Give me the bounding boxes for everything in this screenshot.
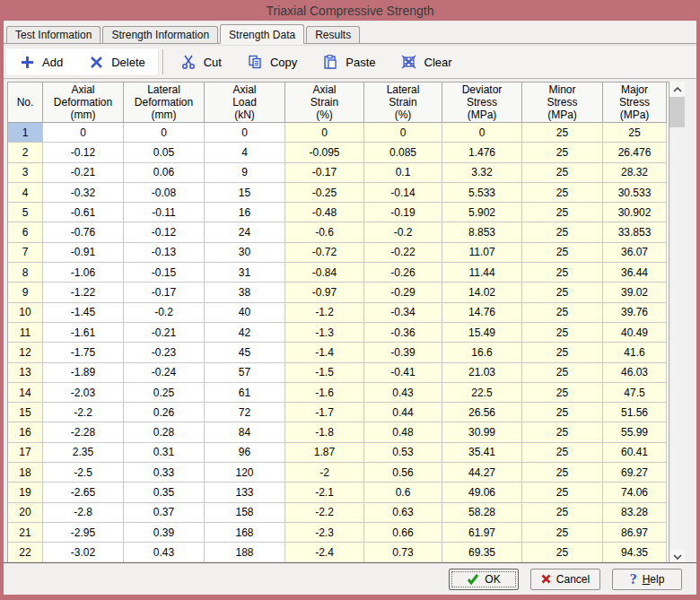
table-cell[interactable]: -1.7 [285,403,364,422]
table-cell[interactable]: -0.21 [124,323,205,343]
table-cell[interactable]: -1.45 [43,303,124,323]
paste-button[interactable]: Paste [310,48,388,76]
table-cell[interactable]: 33.853 [603,222,667,242]
table-cell[interactable]: 0.33 [124,463,205,483]
table-cell[interactable]: 0.35 [124,483,205,502]
table-cell[interactable]: 61.97 [442,523,522,543]
table-cell[interactable]: 0.39 [124,523,205,543]
table-cell[interactable]: -1.5 [285,363,364,383]
table-cell[interactable]: 25 [522,123,603,143]
table-cell[interactable]: 40 [205,303,285,323]
table-cell[interactable]: 25 [522,543,603,562]
table-cell[interactable]: 11.44 [442,263,522,283]
table-cell[interactable]: 1.87 [285,443,364,463]
table-cell[interactable]: 25 [522,283,603,302]
table-cell[interactable]: 45 [205,343,285,362]
table-cell[interactable]: -2 [285,463,364,483]
table-cell[interactable]: 3.32 [442,163,522,183]
table-cell[interactable]: -1.4 [285,343,364,362]
table-cell[interactable]: 0.73 [364,543,442,562]
table-cell[interactable]: 0.085 [364,143,442,162]
table-cell[interactable]: 22.5 [442,383,522,403]
table-cell[interactable]: 14.76 [442,303,522,323]
table-cell[interactable]: -0.41 [364,363,442,383]
row-number-cell[interactable]: 4 [8,183,43,203]
table-cell[interactable]: 30.99 [442,422,522,442]
table-cell[interactable]: 0.53 [364,443,442,463]
table-cell[interactable]: 0.25 [124,383,205,403]
row-number-cell[interactable]: 22 [8,543,43,562]
table-cell[interactable]: 188 [205,543,285,562]
table-cell[interactable]: 25 [522,263,603,283]
table-cell[interactable]: 84 [205,422,285,442]
row-number-cell[interactable]: 21 [8,523,43,543]
table-cell[interactable]: 25 [522,422,603,442]
table-cell[interactable]: 36.07 [603,243,667,263]
row-number-cell[interactable]: 3 [8,163,43,183]
table-cell[interactable]: -0.24 [124,363,205,383]
table-cell[interactable]: -0.12 [43,143,124,162]
table-cell[interactable]: -0.48 [285,203,364,222]
table-cell[interactable]: 44.27 [442,463,522,483]
table-cell[interactable]: -0.19 [364,203,442,222]
table-cell[interactable]: -2.5 [43,463,124,483]
row-number-cell[interactable]: 13 [8,363,43,383]
table-cell[interactable]: 28.32 [603,163,667,183]
table-cell[interactable]: -0.15 [124,263,205,283]
table-cell[interactable]: 120 [205,463,285,483]
table-cell[interactable]: -0.39 [364,343,442,362]
table-cell[interactable]: 39.76 [603,303,667,323]
table-cell[interactable]: -1.89 [43,363,124,383]
table-cell[interactable]: 30.902 [603,203,667,222]
table-cell[interactable]: 26.56 [442,403,522,422]
table-cell[interactable]: -3.02 [43,543,124,562]
table-cell[interactable]: 25 [522,243,603,263]
table-cell[interactable]: 96 [205,443,285,463]
table-cell[interactable]: 0 [364,123,442,143]
table-cell[interactable]: 25 [522,303,603,323]
table-cell[interactable]: -0.13 [124,243,205,263]
table-cell[interactable]: 0 [43,123,124,143]
table-cell[interactable]: -0.2 [124,303,205,323]
row-number-cell[interactable]: 6 [8,222,43,242]
table-cell[interactable]: -0.22 [364,243,442,263]
cancel-button[interactable]: Cancel [530,569,600,590]
table-cell[interactable]: 0.28 [124,422,205,442]
table-cell[interactable]: -2.8 [43,503,124,523]
table-cell[interactable]: 36.44 [603,263,667,283]
table-cell[interactable]: -0.36 [364,323,442,343]
table-cell[interactable]: -2.95 [43,523,124,543]
table-cell[interactable]: -1.06 [43,263,124,283]
table-cell[interactable]: 39.02 [603,283,667,302]
table-cell[interactable]: 25 [522,363,603,383]
table-cell[interactable]: 25 [522,503,603,523]
table-cell[interactable]: 72 [205,403,285,422]
table-cell[interactable]: 16.6 [442,343,522,362]
table-cell[interactable]: -0.76 [43,222,124,242]
table-cell[interactable]: 11.07 [442,243,522,263]
table-cell[interactable]: 15 [205,183,285,203]
table-cell[interactable]: 21.03 [442,363,522,383]
table-cell[interactable]: 25 [603,123,667,143]
table-cell[interactable]: -0.97 [285,283,364,302]
table-cell[interactable]: 5.533 [442,183,522,203]
table-cell[interactable]: -0.72 [285,243,364,263]
table-cell[interactable]: -0.17 [285,163,364,183]
row-number-cell[interactable]: 7 [8,243,43,263]
row-number-cell[interactable]: 11 [8,323,43,343]
table-cell[interactable]: 0.43 [364,383,442,403]
row-number-cell[interactable]: 14 [8,383,43,403]
table-cell[interactable]: 40.49 [603,323,667,343]
table-cell[interactable]: -2.1 [285,483,364,502]
row-number-cell[interactable]: 2 [8,143,43,162]
row-number-cell[interactable]: 19 [8,483,43,502]
table-cell[interactable]: 5.902 [442,203,522,222]
table-cell[interactable]: 168 [205,523,285,543]
table-cell[interactable]: 1.476 [442,143,522,162]
table-cell[interactable]: 0 [285,123,364,143]
table-cell[interactable]: -2.03 [43,383,124,403]
table-cell[interactable]: 55.99 [603,422,667,442]
table-cell[interactable]: -0.095 [285,143,364,162]
table-cell[interactable]: 0.37 [124,503,205,523]
table-cell[interactable]: 158 [205,503,285,523]
